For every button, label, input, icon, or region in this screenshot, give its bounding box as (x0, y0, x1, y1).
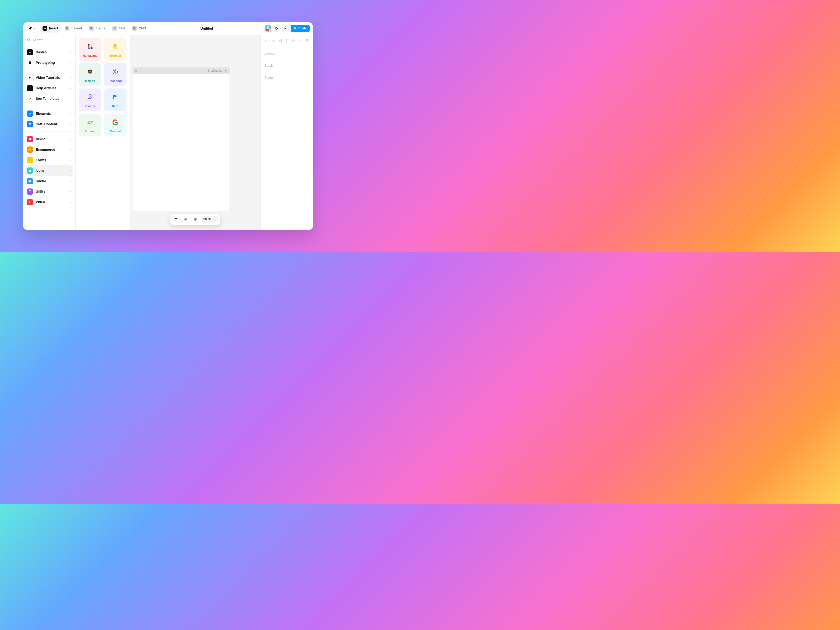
svg-point-37 (115, 45, 116, 46)
chevron-right-icon (69, 137, 72, 142)
body: Search Basics Prototyping Video Tutorial (23, 35, 313, 230)
app-window: Insert Layout Frame Text CMS Untitled (23, 22, 313, 230)
pack-label: Twemoji (109, 54, 121, 57)
sidebar-item-video[interactable]: Video (25, 197, 73, 207)
chevron-right-icon (69, 122, 72, 126)
user-circle-icon (110, 67, 120, 77)
align-left-button[interactable] (264, 38, 269, 43)
sidebar-item-label: Ecommerce (36, 147, 66, 152)
pack-label: Phosphor (108, 79, 122, 82)
sidebar-item-utility[interactable]: Utility (25, 186, 73, 197)
svg-point-45 (114, 70, 116, 72)
svg-point-49 (87, 120, 93, 124)
sidebar-item-elements[interactable]: Elements (25, 108, 73, 119)
artboard[interactable] (133, 74, 229, 211)
align-bottom-button[interactable] (298, 38, 303, 43)
cms-button[interactable]: CMS (129, 24, 148, 33)
invite-user-button[interactable]: + (265, 25, 271, 32)
pack-label: Feather (85, 104, 95, 107)
sidebar-item-audio[interactable]: Audio (25, 134, 73, 144)
pack-material[interactable]: Material (104, 114, 126, 136)
distribute-button[interactable] (305, 38, 310, 43)
play-square-icon (27, 199, 33, 205)
panel-section-stack[interactable]: Stack (264, 61, 310, 70)
google-g-icon (110, 117, 120, 128)
text-button[interactable]: Text (110, 24, 128, 33)
panel-section-layout[interactable]: Layout (264, 49, 310, 58)
star-icon (27, 167, 33, 174)
svg-point-36 (114, 45, 115, 46)
chevron-right-icon (69, 111, 72, 116)
frame-button[interactable]: Frame (86, 24, 108, 33)
hand-tool-button[interactable] (182, 215, 189, 223)
layout-tool-button[interactable]: Layout (62, 24, 85, 33)
comment-icon (193, 217, 197, 221)
svg-marker-24 (28, 169, 32, 172)
svg-point-19 (29, 125, 31, 125)
svg-rect-11 (29, 62, 31, 64)
chick-icon (110, 41, 120, 52)
sidebar-item-icons[interactable]: Icons (25, 165, 73, 176)
svg-rect-26 (29, 190, 30, 191)
sidebar-item-video-tutorials[interactable]: Video Tutorials (25, 73, 73, 83)
publish-button[interactable]: Publish (291, 25, 310, 32)
sidebar-item-basics[interactable]: Basics (25, 47, 73, 57)
align-v-center-icon (291, 39, 295, 43)
zoom-dropdown[interactable]: 100% (201, 216, 218, 223)
sidebar-item-prototyping[interactable]: Prototyping (25, 57, 73, 68)
app-menu-button[interactable] (26, 25, 38, 32)
preview-button[interactable] (282, 25, 289, 32)
sidebar-item-ecommerce[interactable]: Ecommerce (25, 144, 73, 155)
canvas[interactable]: 0 Breakpoint 100% (130, 35, 261, 230)
sidebar-item-social[interactable]: Social (25, 176, 73, 186)
svg-rect-30 (88, 47, 90, 49)
svg-rect-59 (286, 39, 287, 41)
chevron-right-icon (69, 189, 72, 194)
svg-point-43 (90, 71, 91, 72)
breakpoint-label: Breakpoint (208, 69, 221, 72)
chevron-right-icon (69, 158, 72, 163)
insert-button[interactable]: Insert (40, 24, 61, 33)
sidebar-item-cms-content[interactable]: CMS Content (25, 119, 73, 129)
align-h-center-icon (271, 39, 275, 43)
sidebar-item-see-templates[interactable]: See Templates (25, 93, 73, 104)
align-left-icon (264, 39, 268, 43)
pack-twemoji[interactable]: Twemoji (104, 38, 126, 61)
svg-rect-25 (29, 190, 31, 193)
chevron-down-icon (213, 218, 216, 221)
pack-memoji[interactable]: Memoji (79, 63, 101, 86)
sidebar-item-label: Audio (36, 137, 66, 141)
cursor-tool-button[interactable] (172, 215, 180, 223)
chevron-right-icon (69, 50, 72, 55)
align-h-center-button[interactable] (271, 38, 276, 43)
flag-icon (110, 92, 120, 103)
panel-section-styles[interactable]: Styles (264, 73, 310, 82)
framer-logo-icon (28, 27, 32, 30)
comment-tool-button[interactable] (191, 215, 199, 223)
align-top-button[interactable] (284, 38, 289, 43)
form-icon (27, 157, 33, 163)
svg-rect-63 (300, 40, 301, 42)
hand-icon (183, 217, 188, 221)
columns-icon (65, 26, 69, 31)
search-input[interactable]: Search (23, 35, 75, 45)
page-title[interactable]: Untitled (150, 27, 263, 30)
align-v-center-button[interactable] (291, 38, 296, 43)
align-right-button[interactable] (278, 38, 283, 43)
pack-iconoir[interactable]: Iconoir (79, 114, 101, 136)
pack-hero[interactable]: Hero (104, 88, 126, 111)
svg-rect-57 (279, 40, 281, 41)
pack-phosphor[interactable]: Phosphor (104, 63, 126, 86)
settings-button[interactable] (273, 25, 280, 32)
frame-icon (89, 26, 94, 31)
chevron-down-icon (33, 27, 36, 30)
pack-feather[interactable]: Feather (79, 88, 101, 111)
sidebar-item-help-articles[interactable]: Help Articles (25, 83, 73, 93)
pack-humaaans[interactable]: Humaaans (79, 38, 101, 61)
svg-rect-3 (68, 27, 68, 29)
sidebar-item-forms[interactable]: Forms (25, 155, 73, 165)
svg-marker-21 (30, 149, 31, 150)
add-breakpoint-button[interactable] (224, 68, 228, 73)
breakpoint-bar[interactable]: 0 Breakpoint (133, 68, 230, 74)
search-icon (27, 38, 30, 42)
